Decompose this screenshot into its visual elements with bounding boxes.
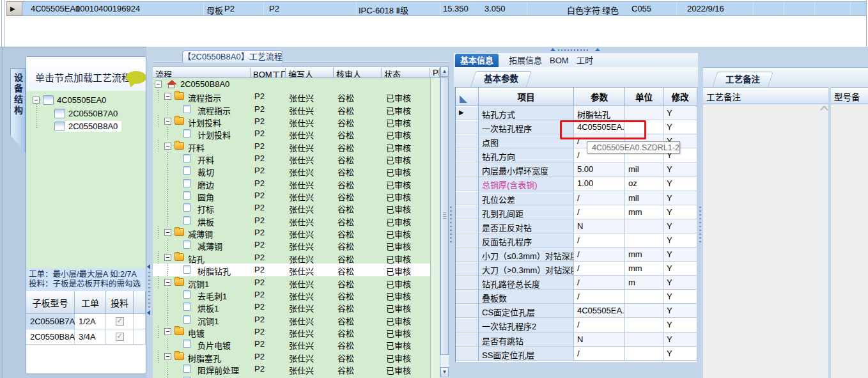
splitter-grip[interactable] [558, 49, 590, 51]
row-gutter[interactable] [456, 219, 479, 233]
expand-icon[interactable] [164, 328, 171, 335]
expand-icon[interactable] [33, 97, 40, 104]
row-gutter[interactable] [456, 262, 479, 276]
param-value[interactable]: 树脂钻孔 [574, 106, 625, 120]
param-value[interactable]: 4C05505EA... [574, 304, 625, 318]
parameter-row[interactable]: 总铜厚(含表铜) 1.00 oz Y [456, 177, 697, 191]
param-value[interactable]: / [574, 276, 625, 290]
param-value[interactable]: / [574, 290, 625, 304]
row-gutter[interactable] [456, 304, 479, 318]
param-value[interactable]: / [574, 191, 625, 205]
collapse-up-icon[interactable] [550, 48, 555, 51]
col-header-reviewer[interactable]: 核审人 [334, 68, 382, 77]
tab-work-hours[interactable]: 工时 [571, 54, 598, 67]
row-gutter[interactable] [456, 162, 479, 177]
vertical-splitter[interactable] [449, 47, 454, 378]
vertical-splitter[interactable] [146, 47, 153, 378]
process-tree-row[interactable]: 钻孔 P2 张仕兴 谷松 已审核 [153, 251, 440, 264]
scrollbar-thumb[interactable] [440, 77, 449, 355]
row-gutter[interactable] [456, 191, 479, 205]
parameter-row[interactable]: 孔位公差 / mil Y [456, 191, 697, 205]
tab-basic-params[interactable]: 基本参数 [470, 71, 532, 87]
parameter-row[interactable]: 钻孔方式 树脂钻孔 Y [456, 106, 697, 120]
parameter-row[interactable]: 一次钻孔程序2 / Y [456, 318, 697, 332]
collapse-arrow-icon[interactable] [147, 264, 150, 269]
subboard-cell-order[interactable]: 3/4A [75, 329, 106, 345]
process-tree-row[interactable]: 磨边 P2 张仕兴 谷松 已审核 [153, 177, 440, 189]
process-tree-row[interactable]: 圆角 P2 张仕兴 谷松 已审核 [153, 189, 440, 201]
parameter-row[interactable]: 小刀（≤0.3mm）对钻深度 / mm Y [456, 248, 697, 262]
process-notes-area[interactable] [703, 104, 820, 378]
tab-basic-info[interactable]: 基本信息 [455, 54, 499, 67]
expand-icon[interactable] [164, 353, 171, 360]
subboard-cell-feed[interactable] [106, 314, 134, 329]
tree-node-root[interactable]: 4C05505EA0 [33, 95, 106, 106]
process-tree-row[interactable]: 流程指示 P2 张仕兴 谷松 已审核 [153, 90, 440, 102]
process-tree-row[interactable]: 计划投料 P2 张仕兴 谷松 已审核 [153, 127, 440, 139]
subboard-cell-order[interactable]: 1/2A [75, 314, 106, 329]
col-header-flow[interactable]: 流程 [153, 68, 251, 77]
tab-process-notes[interactable]: 工艺备注 [712, 72, 773, 88]
process-tree-row[interactable]: 树脂塞孔 P2 张仕兴 谷松 已审核 [153, 375, 440, 378]
row-gutter[interactable] [456, 148, 479, 162]
param-value[interactable]: / [574, 205, 625, 219]
row-gutter[interactable] [456, 134, 479, 148]
row-gutter[interactable] [456, 120, 479, 134]
parameter-row[interactable]: 叠板数 / Y [456, 290, 697, 304]
expand-icon[interactable] [164, 93, 171, 100]
checkbox[interactable] [54, 109, 65, 118]
expand-icon[interactable] [164, 118, 171, 125]
splitter-grip[interactable] [148, 272, 150, 308]
process-tree-row[interactable]: 烘板 P2 张仕兴 谷松 已审核 [153, 214, 440, 226]
process-tree-row[interactable]: 沉铜1 P2 张仕兴 谷松 已审核 [153, 313, 440, 326]
col-header-pl[interactable]: Pl [430, 68, 440, 77]
splitter-grip[interactable] [450, 207, 452, 242]
process-tree-row[interactable]: 计划投料 P2 张仕兴 谷松 已审核 [153, 115, 440, 127]
row-gutter[interactable] [456, 205, 479, 219]
horizontal-splitter-handle[interactable] [540, 48, 610, 52]
parameter-row[interactable]: 是否有跳钻 N Y [456, 333, 697, 347]
process-tree-row[interactable]: 减薄铜 P2 张仕兴 谷松 已审核 [153, 239, 440, 251]
subboard-cell-feed[interactable] [106, 329, 134, 345]
process-tree-row[interactable]: 树脂塞孔 P2 张仕兴 谷松 已审核 [153, 350, 440, 363]
param-value[interactable]: / [574, 262, 625, 276]
chevron-up-icon[interactable] [820, 106, 828, 114]
process-tree-row[interactable]: 阻焊前处理 P2 张仕兴 谷松 已审核 [153, 363, 440, 375]
expand-icon[interactable] [164, 143, 171, 150]
param-value[interactable]: / [574, 318, 625, 332]
param-value[interactable]: 5.00 [574, 162, 625, 177]
tab-process-flow[interactable]: 【2C0550B8A0】工艺流程 [182, 51, 283, 63]
checked-checkbox[interactable] [116, 333, 124, 341]
parameter-row[interactable]: CS面定位孔层 4C05505EA... Y [456, 304, 697, 318]
model-notes-area[interactable] [831, 104, 868, 378]
row-gutter[interactable] [456, 333, 479, 347]
param-value[interactable]: N [574, 219, 625, 233]
expand-icon[interactable] [155, 81, 162, 88]
tree-node-child[interactable]: 2C0550B7A0 [54, 108, 118, 119]
row-header-cell[interactable]: ▶ [6, 1, 22, 16]
splitter-grip[interactable] [699, 207, 701, 242]
process-tree-row[interactable]: 电镀 P2 张仕兴 谷松 已审核 [153, 326, 440, 338]
subboard-cell-model[interactable]: 2C0550B7A0 [26, 314, 75, 329]
row-gutter[interactable] [456, 276, 479, 290]
param-value[interactable]: 1.00 [574, 177, 625, 191]
expand-icon[interactable] [164, 279, 171, 286]
parameter-row[interactable]: 反面钻孔程序 / Y [456, 233, 697, 248]
process-tree-row[interactable]: 开料 P2 张仕兴 谷松 已审核 [153, 152, 440, 164]
process-tree-row[interactable]: 流程指示 P2 张仕兴 谷松 已审核 [153, 103, 440, 115]
process-tree-row[interactable]: 裁切 P2 张仕兴 谷松 已审核 [153, 164, 440, 177]
process-tree-row[interactable]: 树脂钻孔 P2 张仕兴 谷松 已审核 [153, 264, 440, 276]
col-header-status[interactable]: 状态 [382, 68, 430, 77]
row-gutter[interactable] [456, 248, 479, 262]
row-gutter[interactable] [456, 233, 479, 248]
process-tree-row[interactable]: 去毛刺1 P2 张仕兴 谷松 已审核 [153, 288, 440, 301]
parameter-row[interactable]: 大刀（>0.3mm）对钻深度 / mm Y [456, 262, 697, 276]
row-gutter[interactable] [456, 177, 479, 191]
param-value[interactable]: N [574, 333, 625, 347]
subboard-cell-model[interactable]: 2C0550B8A0 [26, 329, 75, 345]
parameter-row[interactable]: 内层最小焊环宽度 5.00 mil Y [456, 162, 697, 177]
checked-checkbox[interactable] [116, 317, 124, 326]
col-header-param[interactable]: 参数 [574, 88, 625, 106]
checkbox[interactable] [43, 95, 54, 105]
parameter-row[interactable]: SS面定位孔层 / Y [456, 347, 697, 361]
